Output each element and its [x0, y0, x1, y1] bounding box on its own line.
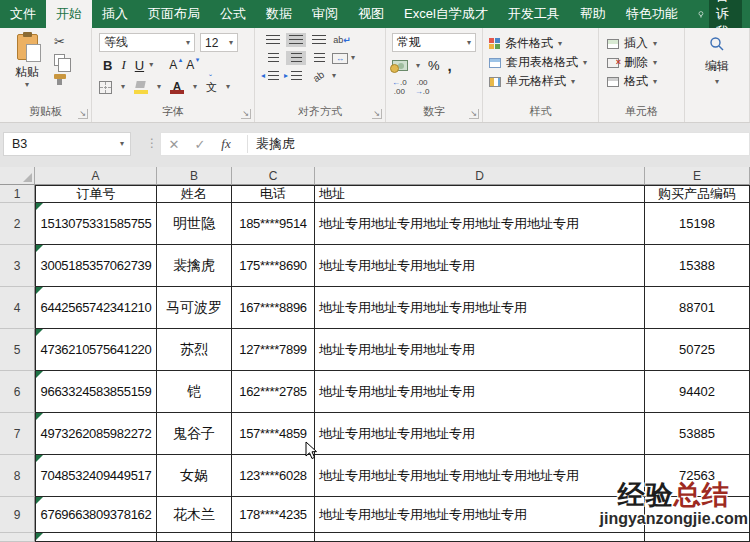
cell-e3[interactable]: 15388 [645, 245, 750, 287]
editing-dropdown-arrow[interactable]: ▾ [715, 78, 719, 86]
tab-review[interactable]: 审阅 [302, 0, 348, 28]
tab-data[interactable]: 数据 [256, 0, 302, 28]
font-color-icon[interactable]: A [170, 81, 184, 94]
font-name-select[interactable]: 等线▾ [99, 33, 195, 52]
column-header-d[interactable]: D [315, 167, 645, 185]
cell-d3[interactable]: 地址专用地址专用地址专用 [315, 245, 645, 287]
cell-e2[interactable]: 15198 [645, 203, 750, 245]
cell-b10[interactable] [157, 533, 232, 542]
cell-e5[interactable]: 50725 [645, 329, 750, 371]
select-all-corner[interactable] [0, 167, 35, 185]
cell-d7[interactable]: 地址专用地址专用地址专用 [315, 413, 645, 455]
increase-indent-icon[interactable] [286, 69, 306, 83]
underline-button[interactable]: U [131, 57, 148, 74]
cell-d9[interactable]: 地址专用地址专用地址专用地址专用 [315, 497, 645, 533]
cell-d1[interactable]: 地址 [315, 185, 645, 203]
cell-c4[interactable]: 167****8896 [232, 287, 315, 329]
format-cells-button[interactable]: 格式▾ [607, 72, 684, 91]
cell-a1[interactable]: 订单号 [35, 185, 157, 203]
cell-b7[interactable]: 鬼谷子 [157, 413, 232, 455]
percent-style-icon[interactable]: % [428, 58, 440, 73]
row-header-5[interactable]: 5 [0, 329, 35, 371]
alignment-dialog-launcher[interactable]: ↘ [372, 109, 382, 119]
name-box-dropdown-arrow[interactable]: ▾ [120, 140, 124, 148]
cell-b5[interactable]: 苏烈 [157, 329, 232, 371]
align-top-icon[interactable] [263, 33, 283, 47]
cancel-icon[interactable]: ✕ [161, 137, 187, 152]
formula-input[interactable]: 裴擒虎 [252, 135, 295, 153]
tab-special-features[interactable]: 特色功能 [616, 0, 688, 28]
editing-group[interactable]: 编辑 ▾ [685, 28, 750, 122]
borders-dropdown-arrow[interactable]: ▾ [121, 83, 125, 91]
cell-b2[interactable]: 明世隐 [157, 203, 232, 245]
cell-b9[interactable]: 花木兰 [157, 497, 232, 533]
merge-dropdown-arrow[interactable]: ▾ [351, 54, 355, 62]
column-header-c[interactable]: C [232, 167, 315, 185]
tab-view[interactable]: 视图 [348, 0, 394, 28]
cell-a5[interactable]: 4736210575641220 [35, 329, 157, 371]
align-left-icon[interactable] [263, 51, 283, 65]
name-box[interactable]: B3 ▾ [3, 132, 131, 156]
align-middle-icon[interactable] [286, 33, 306, 47]
insert-cells-button[interactable]: 插入▾ [607, 34, 684, 53]
number-format-select[interactable]: 常规▾ [392, 33, 476, 52]
paste-dropdown-arrow[interactable]: ▾ [25, 81, 29, 89]
tab-help[interactable]: 帮助 [570, 0, 616, 28]
cell-d2[interactable]: 地址专用地址专用地址专用地址专用地址专用 [315, 203, 645, 245]
cell-a6[interactable]: 9663324583855159 [35, 371, 157, 413]
decrease-font-size-icon[interactable]: A [182, 58, 198, 72]
cell-d5[interactable]: 地址专用地址专用地址专用 [315, 329, 645, 371]
cell-a9[interactable]: 6769663809378162 [35, 497, 157, 533]
delete-cells-button[interactable]: 删除▾ [607, 53, 684, 72]
cell-e7[interactable]: 53885 [645, 413, 750, 455]
cell-a2[interactable]: 1513075331585755 [35, 203, 157, 245]
cell-e1[interactable]: 购买产品编码 [645, 185, 750, 203]
accounting-format-icon[interactable] [392, 60, 408, 71]
cell-c7[interactable]: 157****4859 [232, 413, 315, 455]
row-header-10[interactable] [0, 533, 35, 542]
fill-color-dropdown-arrow[interactable]: ▾ [157, 83, 161, 91]
cell-c10[interactable] [232, 533, 315, 542]
column-header-e[interactable]: E [645, 167, 750, 185]
phonetic-dropdown-arrow[interactable]: ▾ [226, 83, 230, 91]
enter-icon[interactable]: ✓ [187, 137, 213, 152]
fill-color-icon[interactable] [134, 81, 148, 94]
accounting-dropdown-arrow[interactable]: ▾ [416, 62, 420, 70]
paste-button[interactable]: 粘贴 ▾ [6, 34, 48, 100]
row-header-7[interactable]: 7 [0, 413, 35, 455]
orientation-icon[interactable]: ab [309, 69, 329, 83]
cell-e8[interactable]: 72563 [645, 455, 750, 497]
column-header-a[interactable]: A [35, 167, 157, 185]
row-header-3[interactable]: 3 [0, 245, 35, 287]
cell-d10[interactable] [315, 533, 645, 542]
row-header-6[interactable]: 6 [0, 371, 35, 413]
cell-b3[interactable]: 裴擒虎 [157, 245, 232, 287]
format-painter-icon[interactable] [54, 74, 66, 79]
row-header-9[interactable]: 9 [0, 497, 35, 533]
cell-e9[interactable] [645, 497, 750, 533]
row-header-1[interactable]: 1 [0, 185, 35, 203]
cell-e4[interactable]: 88701 [645, 287, 750, 329]
tab-home[interactable]: 开始 [46, 0, 92, 28]
insert-function-icon[interactable]: fx [213, 136, 239, 152]
underline-dropdown-arrow[interactable]: ▾ [149, 61, 153, 69]
cell-d8[interactable]: 地址专用地址专用地址专用地址专用地址专用 [315, 455, 645, 497]
cell-c8[interactable]: 123****6028 [232, 455, 315, 497]
merge-center-icon[interactable]: ↔ [332, 53, 348, 64]
cell-e6[interactable]: 94402 [645, 371, 750, 413]
formula-bar-resizer[interactable]: ⋮ [146, 136, 158, 150]
cell-e10[interactable] [645, 533, 750, 542]
format-as-table-button[interactable]: 套用表格格式▾ [489, 53, 598, 72]
cell-b6[interactable]: 铠 [157, 371, 232, 413]
row-header-2[interactable]: 2 [0, 203, 35, 245]
phonetic-guide-icon[interactable]: 文 [206, 79, 217, 95]
wrap-text-icon[interactable]: ab↵ [332, 33, 352, 47]
cell-styles-button[interactable]: 单元格样式▾ [489, 72, 598, 91]
copy-icon[interactable] [54, 54, 65, 66]
cell-a8[interactable]: 7048532409449517 [35, 455, 157, 497]
font-size-select[interactable]: 12▾ [200, 33, 238, 52]
cell-c5[interactable]: 127****7899 [232, 329, 315, 371]
cell-c3[interactable]: 175****8690 [232, 245, 315, 287]
orientation-dropdown-arrow[interactable]: ▾ [332, 72, 336, 80]
share-button[interactable]: 共享 [742, 0, 750, 28]
